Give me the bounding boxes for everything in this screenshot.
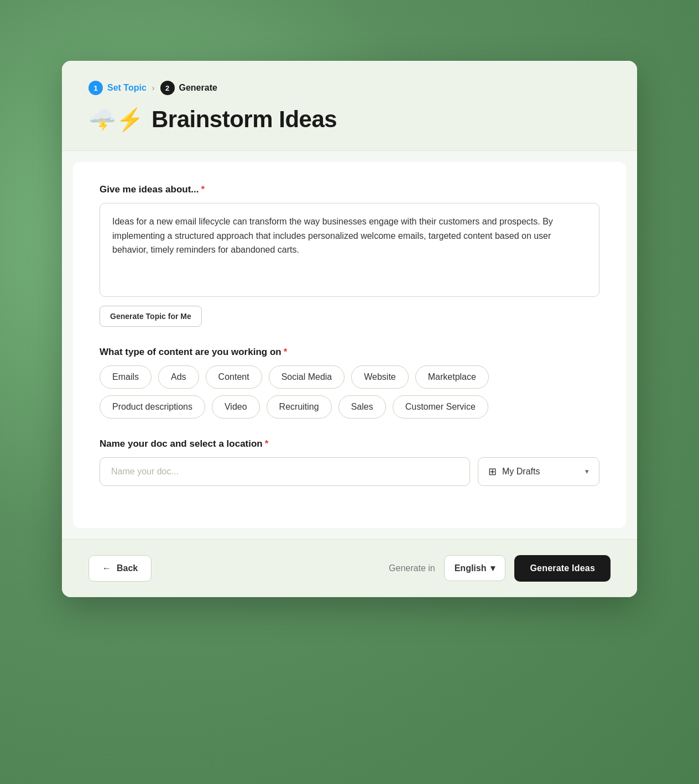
content-type-label: What type of content are you working on* [100, 347, 599, 358]
folder-icon: ⊞ [488, 466, 497, 478]
doc-location-required: * [265, 438, 269, 449]
content-type-required: * [284, 347, 288, 357]
content-tag[interactable]: Video [212, 395, 260, 419]
content-tag[interactable]: Product descriptions [100, 395, 205, 419]
doc-location-label: Name your doc and select a location* [100, 438, 599, 450]
location-label: My Drafts [502, 467, 580, 477]
step-1: 1 Set Topic [88, 81, 147, 95]
modal-container: 1 Set Topic › 2 Generate 🌩️⚡ Brainstorm … [62, 61, 637, 597]
location-dropdown[interactable]: ⊞ My Drafts ▾ [478, 457, 599, 486]
content-tag[interactable]: Recruiting [267, 395, 332, 419]
step-1-circle: 1 [88, 81, 103, 95]
language-chevron-icon: ▾ [491, 563, 495, 573]
language-label: English [455, 563, 487, 573]
footer-right: Generate in English ▾ Generate Ideas [389, 555, 611, 582]
breadcrumb: 1 Set Topic › 2 Generate [88, 81, 611, 95]
page-title: Brainstorm Ideas [152, 106, 337, 133]
modal-footer: ← Back Generate in English ▾ Generate Id… [62, 539, 637, 597]
content-tag[interactable]: Emails [100, 365, 152, 389]
content-tag[interactable]: Social Media [269, 365, 345, 389]
step-1-label[interactable]: Set Topic [107, 83, 147, 93]
generate-topic-button[interactable]: Generate Topic for Me [100, 306, 202, 327]
step-2-circle: 2 [160, 81, 175, 95]
step-2-label: Generate [179, 83, 217, 93]
chevron-down-icon: ▾ [585, 467, 589, 475]
generate-in-label: Generate in [389, 563, 435, 573]
content-tag[interactable]: Customer Service [393, 395, 488, 419]
page-title-emoji: 🌩️⚡ [88, 107, 144, 133]
content-tags-container: EmailsAdsContentSocial MediaWebsiteMarke… [100, 365, 599, 419]
page-title-row: 🌩️⚡ Brainstorm Ideas [88, 106, 611, 133]
doc-location-row: ⊞ My Drafts ▾ [100, 457, 599, 486]
doc-location-section: Name your doc and select a location* ⊞ M… [100, 438, 599, 486]
back-arrow-icon: ← [102, 563, 111, 573]
modal-body: Give me ideas about...* Ideas for a new … [73, 162, 626, 528]
content-tag[interactable]: Marketplace [415, 365, 489, 389]
content-type-section: What type of content are you working on*… [100, 347, 599, 419]
give-ideas-section: Give me ideas about...* Ideas for a new … [100, 184, 599, 327]
content-tag[interactable]: Content [206, 365, 262, 389]
content-tag[interactable]: Sales [338, 395, 386, 419]
modal-header: 1 Set Topic › 2 Generate 🌩️⚡ Brainstorm … [62, 61, 637, 151]
generate-ideas-button[interactable]: Generate Ideas [514, 555, 611, 582]
breadcrumb-chevron: › [152, 83, 155, 92]
language-dropdown[interactable]: English ▾ [444, 555, 506, 581]
content-tag[interactable]: Ads [158, 365, 199, 389]
give-ideas-label: Give me ideas about...* [100, 184, 599, 195]
step-2: 2 Generate [160, 81, 217, 95]
ideas-textarea[interactable]: Ideas for a new email lifecycle can tran… [100, 203, 599, 297]
give-ideas-required: * [201, 184, 205, 195]
back-button[interactable]: ← Back [88, 555, 152, 582]
content-tag[interactable]: Website [351, 365, 409, 389]
doc-name-input[interactable] [100, 457, 470, 486]
